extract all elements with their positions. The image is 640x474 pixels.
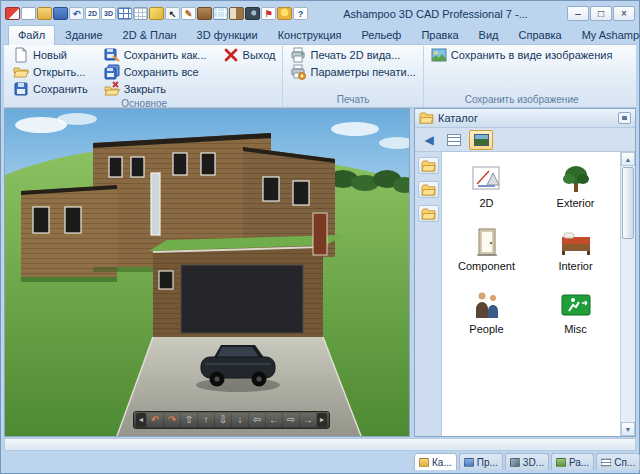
tab-building[interactable]: Здание: [55, 25, 113, 44]
scroll-up-icon[interactable]: ▲: [621, 152, 635, 166]
catalog-item-misc[interactable]: Misc: [531, 290, 620, 335]
catalog-view-thumbnails-button[interactable]: [469, 130, 493, 150]
tab-3d-functions[interactable]: 3D функции: [187, 25, 268, 44]
save-all-icon: [104, 64, 120, 80]
ribbon-tab-row: Файл Здание 2D & План 3D функции Констру…: [4, 24, 636, 45]
bottom-tab-work[interactable]: Ра...: [551, 453, 594, 470]
2d-view-icon[interactable]: 2D: [85, 7, 100, 20]
3d-view-icon[interactable]: 3D: [101, 7, 116, 20]
scrollbar-thumb[interactable]: [622, 167, 634, 239]
house-render: [5, 109, 409, 436]
catalog-item-label: 2D: [479, 197, 493, 209]
open-label: Открыть...: [33, 66, 85, 78]
scroll-down-icon[interactable]: ▼: [621, 422, 635, 436]
save-as-image-button[interactable]: Сохранить в виде изображения: [429, 47, 615, 63]
close-button[interactable]: Закрыть: [102, 81, 209, 97]
grid-icon[interactable]: [133, 7, 148, 20]
camera-icon[interactable]: [245, 7, 260, 20]
catalog-item-exterior[interactable]: Exterior: [531, 164, 620, 209]
nav-tilt-down-button[interactable]: ⇩: [215, 413, 231, 427]
save-icon[interactable]: [53, 7, 68, 20]
save-button[interactable]: Сохранить: [11, 81, 90, 97]
close-button[interactable]: ×: [613, 6, 635, 21]
maximize-button[interactable]: □: [590, 6, 612, 21]
thumbnail-view-icon: [474, 134, 489, 146]
tab-my-ashampoo[interactable]: My Ashampoo: [572, 25, 640, 44]
window-title: Ashampoo 3D CAD Professional 7 -...: [309, 8, 566, 20]
catalog-folder-strip: [415, 152, 442, 436]
tab-file[interactable]: Файл: [8, 25, 55, 45]
catalog-item-label: Component: [458, 260, 515, 272]
horizontal-scrollbar[interactable]: [4, 438, 636, 451]
tab-terrain[interactable]: Рельеф: [352, 25, 412, 44]
save-as-button[interactable]: Сохранить как...: [102, 47, 209, 63]
nav-rotate-right-button[interactable]: ↷: [164, 413, 180, 427]
nav-collapse-left-button[interactable]: ◂: [136, 413, 146, 427]
tab-2d-plan[interactable]: 2D & План: [113, 25, 187, 44]
pointer-tool-icon[interactable]: [165, 7, 180, 20]
catalog-back-button[interactable]: ◀: [419, 131, 439, 149]
nav-collapse-right-button[interactable]: ▸: [317, 413, 327, 427]
bottom-tab-project[interactable]: Пр...: [459, 453, 503, 470]
open-folder-icon[interactable]: [37, 7, 52, 20]
save-all-button[interactable]: Сохранить все: [102, 64, 209, 80]
catalog-view-list-button[interactable]: [442, 130, 466, 150]
tab-help[interactable]: Справка: [509, 25, 572, 44]
window-tool-icon[interactable]: [213, 7, 228, 20]
catalog-scrollbar[interactable]: ▲ ▼: [620, 152, 635, 436]
misc-category-icon: [557, 290, 595, 320]
nav-tilt-up-button[interactable]: ⇧: [181, 413, 197, 427]
bottom-tab-3d[interactable]: 3D...: [505, 453, 549, 470]
undo-icon[interactable]: [69, 7, 84, 20]
tab-view[interactable]: Вид: [469, 25, 509, 44]
pen-tool-icon[interactable]: [181, 7, 196, 20]
door-tool-icon[interactable]: [229, 7, 244, 20]
image-icon: [431, 47, 447, 63]
catalog-item-2d[interactable]: 2D: [442, 164, 531, 209]
ruler-icon[interactable]: [149, 7, 164, 20]
wall-tool-icon[interactable]: [197, 7, 212, 20]
ribbon-group-main: Новый Открыть... Сохранить Сохранить как…: [6, 46, 282, 107]
print-2d-button[interactable]: Печать 2D вида...: [288, 47, 417, 63]
print-settings-button[interactable]: Параметры печати...: [288, 64, 417, 80]
nav-pan-right-button[interactable]: ⇨: [283, 413, 299, 427]
nav-step-left-button[interactable]: ←: [266, 413, 282, 427]
nav-move-down-button[interactable]: ↓: [232, 413, 248, 427]
catalog-item-label: People: [469, 323, 503, 335]
nav-pan-left-button[interactable]: ⇦: [249, 413, 265, 427]
scrollbar-track[interactable]: [621, 240, 635, 422]
nav-move-up-button[interactable]: ↑: [198, 413, 214, 427]
2d-category-icon: [468, 164, 506, 194]
help-icon[interactable]: [293, 7, 308, 20]
save-as-image-label: Сохранить в виде изображения: [451, 49, 613, 61]
exit-button[interactable]: Выход: [221, 47, 278, 63]
save-as-icon: [104, 47, 120, 63]
catalog-objects-folder-button[interactable]: [418, 181, 439, 198]
open-button[interactable]: Открыть...: [11, 64, 90, 80]
component-category-icon: [468, 227, 506, 257]
new-file-icon[interactable]: [21, 7, 36, 20]
bottom-tab-catalog[interactable]: Ка...: [414, 453, 457, 470]
catalog-title: Каталог: [438, 112, 614, 124]
tab-construction[interactable]: Конструкция: [268, 25, 352, 44]
app-window: 2D 3D Ashampoo 3D CAD Professional 7 -..…: [0, 0, 640, 474]
minimize-button[interactable]: –: [567, 6, 589, 21]
nav-rotate-left-button[interactable]: ↶: [147, 413, 163, 427]
new-label: Новый: [33, 49, 67, 61]
new-button[interactable]: Новый: [11, 47, 90, 63]
catalog-item-component[interactable]: Component: [442, 227, 531, 272]
catalog-materials-folder-button[interactable]: [418, 205, 439, 222]
bottom-tab-list[interactable]: Сп...: [596, 453, 640, 470]
light-icon[interactable]: [277, 7, 292, 20]
tab-edit[interactable]: Правка: [411, 25, 468, 44]
ribbon-group-save-image: Сохранить в виде изображения Сохранить и…: [423, 46, 620, 107]
3d-viewport[interactable]: ◂ ↶ ↷ ⇧ ↑ ⇩ ↓ ⇦ ← ⇨ → ▸: [4, 108, 410, 437]
floor-plan-icon[interactable]: [117, 7, 132, 20]
catalog-item-interior[interactable]: Interior: [531, 227, 620, 272]
catalog-root-folder-button[interactable]: [418, 157, 439, 174]
nav-step-right-button[interactable]: →: [300, 413, 316, 427]
project-tab-icon: [464, 458, 474, 467]
flag-icon[interactable]: [261, 7, 276, 20]
panel-menu-icon[interactable]: [618, 112, 631, 124]
catalog-item-people[interactable]: People: [442, 290, 531, 335]
